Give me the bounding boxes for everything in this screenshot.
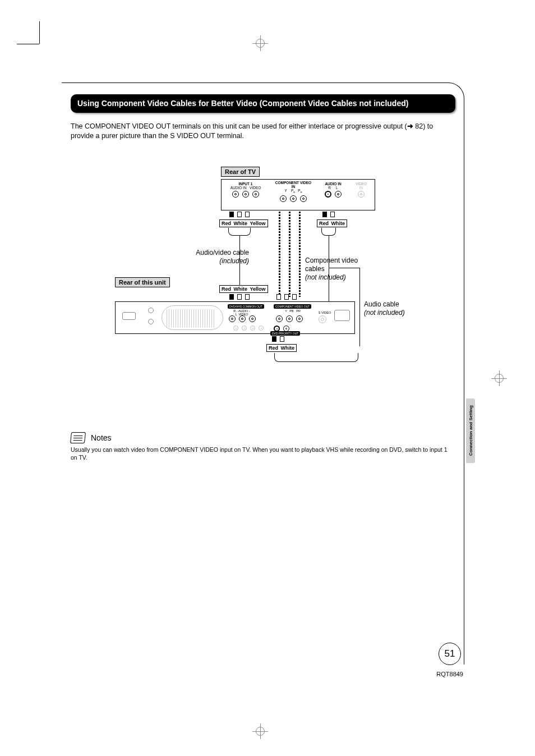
tv-audio-in-label: AUDIO IN: [230, 186, 247, 190]
label-rear-of-unit: Rear of this unit: [115, 277, 170, 287]
plug-yellow: Yellow: [250, 221, 266, 226]
caption-av-cable: Audio/video cable (included): [187, 249, 249, 265]
component-cable-3: [299, 212, 301, 297]
component-cable-1: [279, 212, 280, 297]
tv-r-label: R: [328, 186, 331, 190]
tv-rear-panel: INPUT 1 AUDIO IN VIDEO COMPONENT VIDEO I…: [221, 179, 375, 210]
av-cable-note: (included): [219, 257, 249, 265]
av-cable-loop: [228, 228, 251, 236]
caption-audio: Audio cable (not included): [364, 300, 420, 317]
intro-text-a: The COMPONENT VIDEO OUT terminals on thi…: [71, 122, 407, 130]
intro-ref: 82: [415, 122, 423, 130]
content-area: Using Component Video Cables for Better …: [71, 94, 455, 461]
unit-common-out-label: DVD/VHS COMMON OUT: [228, 304, 264, 309]
tv-audio-in2-label: AUDIO IN: [320, 182, 347, 186]
intro-paragraph: The COMPONENT VIDEO OUT terminals on thi…: [71, 122, 455, 141]
plug-white-2: White: [331, 221, 346, 226]
unit-priority-label: DVD PRIORITY OUT: [270, 331, 300, 336]
rf-jack-1: [148, 308, 154, 313]
page-number-value: 51: [445, 648, 455, 659]
section-header-text: Using Component Video Cables for Better …: [77, 99, 408, 108]
audio-cable-note: (not included): [364, 309, 405, 317]
plug-label-rw-top: Red White: [317, 219, 347, 227]
tv-input1-plugs: [229, 212, 250, 217]
component-note: (not included): [305, 273, 346, 281]
tv-audio2-jacks: [320, 191, 347, 198]
plug-red-4: Red: [268, 345, 279, 351]
notes-icon: [70, 432, 86, 443]
notes-section: Notes Usually you can watch video from C…: [71, 432, 455, 461]
tv-input1-jacks: [226, 191, 265, 198]
tv-video-label: VIDEO: [250, 186, 261, 190]
unit-rear-panel: DVD/VHS COMMON OUT R - AUDIO - L VIDEO C…: [115, 301, 355, 334]
av-cable-text: Audio/video cable: [196, 249, 249, 256]
unit-ypbpr-label: Y PB PR: [277, 309, 308, 313]
tv-in-label: IN: [352, 186, 371, 190]
plug-white-4: White: [280, 345, 296, 351]
tv-y-label: Y: [284, 189, 287, 193]
tv-audio2-plugs: [322, 212, 335, 217]
registration-mark-bottom: [252, 723, 268, 739]
unit-component-out-label: COMPONENT VIDEO OUT: [274, 304, 311, 309]
wiring-diagram: Rear of TV INPUT 1 AUDIO IN VIDEO COMPON…: [106, 167, 420, 372]
plug-yellow-3: Yellow: [250, 286, 266, 292]
unit-svideo-jack: [319, 315, 326, 323]
component-text: Component video cables: [305, 256, 358, 273]
tv-pb-sub: B: [293, 191, 295, 194]
plug-white-3: White: [233, 286, 248, 292]
tv-component-jacks: [274, 195, 313, 202]
plug-red-2: Red: [319, 221, 329, 226]
notes-title: Notes: [91, 433, 112, 442]
label-rear-of-tv: Rear of TV: [221, 167, 260, 177]
tv-l-label: L: [336, 186, 338, 190]
rf-jack-2: [148, 319, 154, 324]
unit-common-plugs: [229, 294, 250, 300]
plug-label-rwy-top: Red White Yellow: [219, 219, 268, 227]
tv-pr-sub: R: [301, 191, 302, 194]
vent-grille: [162, 305, 223, 330]
component-cable-2: [289, 212, 290, 297]
registration-mark-right: [491, 370, 507, 386]
unit-priority-plugs: [272, 336, 284, 342]
section-header: Using Component Video Cables for Better …: [71, 94, 455, 113]
tv-input1-label: INPUT 1: [226, 182, 265, 186]
scart-icon: [334, 310, 350, 321]
document-id: RQT8849: [436, 671, 463, 677]
tv-video2-jack: [352, 191, 371, 198]
unit-component-plugs: [276, 294, 297, 300]
audio-cable-top-loop: [321, 228, 336, 236]
tv-video2-label: VIDEO: [352, 182, 371, 186]
unit-lower-jacks: [233, 326, 264, 331]
plug-white: White: [233, 221, 248, 226]
unit-svideo-label: S VIDEO: [316, 311, 333, 314]
notes-body: Usually you can watch video from COMPONE…: [71, 446, 455, 461]
unit-component-jacks: [276, 315, 303, 322]
tv-component-label: COMPONENT VIDEO IN: [274, 181, 313, 189]
caption-component: Component video cables (not included): [305, 256, 361, 282]
registration-mark-top: [252, 35, 268, 51]
side-tab: Connection and Setting: [466, 398, 475, 463]
plug-label-rwy-mid: Red White Yellow: [219, 285, 268, 293]
plug-label-rw-bottom: Red White: [266, 344, 297, 352]
audio-cable-text: Audio cable: [364, 300, 399, 308]
unit-common-jacks: [229, 315, 256, 322]
ac-inlet-icon: [122, 312, 136, 320]
audio-cable-bottom-loop: [274, 353, 358, 362]
plug-red-3: Red: [221, 286, 232, 292]
plug-red: Red: [221, 221, 232, 226]
page-number: 51: [439, 643, 461, 665]
